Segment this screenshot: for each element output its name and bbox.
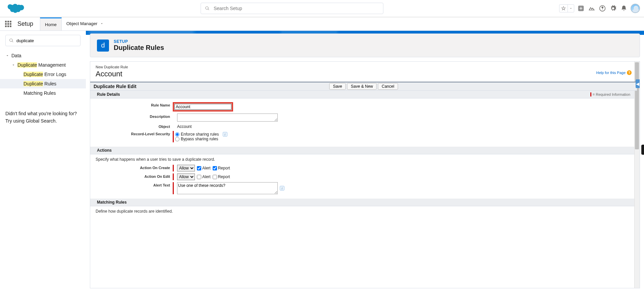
actions-description: Specify what happens when a user tries t… xyxy=(96,154,632,164)
tab-home[interactable]: Home xyxy=(40,17,62,30)
app-name: Setup xyxy=(16,17,40,30)
label-alert-text: Alert Text xyxy=(96,182,173,187)
help-button[interactable] xyxy=(598,4,606,12)
add-button[interactable] xyxy=(577,4,585,12)
global-search[interactable] xyxy=(201,3,383,14)
tree-item-duplicate-rules[interactable]: Duplicate Rules xyxy=(0,79,86,88)
app-launcher-button[interactable] xyxy=(0,17,16,30)
tab-object-manager[interactable]: Object Manager xyxy=(62,17,109,30)
classic-iframe: New Duplicate Rule Account Help for this… xyxy=(90,61,640,288)
page-header: d SETUP Duplicate Rules ◀ xyxy=(90,33,640,57)
required-note: = Required Information xyxy=(590,92,630,96)
salesforce-help-button[interactable] xyxy=(588,4,596,12)
tree-item-duplicate-error-logs[interactable]: Duplicate Error Logs xyxy=(5,70,80,79)
info-icon[interactable]: i xyxy=(223,132,227,137)
help-icon: ? xyxy=(627,70,632,75)
label-rule-name: Rule Name xyxy=(96,102,173,107)
save-new-button[interactable]: Save & New xyxy=(347,83,377,90)
radio-enforce-sharing[interactable] xyxy=(175,132,179,137)
section-matching-rules: Matching Rules xyxy=(90,199,637,206)
favorites-button[interactable] xyxy=(559,4,574,12)
global-header xyxy=(0,0,644,17)
tree-label: Matching Rules xyxy=(23,90,56,96)
section-edit-header: Duplicate Rule Edit Save Save & New Canc… xyxy=(90,82,637,91)
tree-item-data[interactable]: Data xyxy=(5,51,80,60)
label-object: Object xyxy=(96,124,173,129)
chevron-down-icon xyxy=(5,54,9,58)
search-icon xyxy=(205,6,210,11)
help-for-page-link[interactable]: Help for this Page ? xyxy=(596,70,632,75)
rule-name-input[interactable] xyxy=(174,104,231,110)
quick-find-input[interactable] xyxy=(16,38,77,43)
info-icon[interactable]: i xyxy=(280,186,284,191)
chevron-down-icon xyxy=(569,7,573,10)
tree-label: Duplicate Management xyxy=(17,62,66,68)
description-input[interactable] xyxy=(177,114,278,122)
alert-text-input[interactable]: Use one of these records? xyxy=(177,182,278,194)
page-header-icon: d xyxy=(97,40,109,52)
gear-icon xyxy=(610,5,616,12)
object-value: Account xyxy=(177,124,192,129)
chk-create-alert[interactable] xyxy=(197,166,201,170)
entity-name: Account xyxy=(96,70,632,78)
chevron-down-icon xyxy=(11,63,15,67)
tree-label: Data xyxy=(11,53,21,58)
global-search-input[interactable] xyxy=(214,6,379,11)
collapse-handle[interactable]: ◀ xyxy=(636,79,640,88)
plus-icon xyxy=(578,5,584,12)
chevron-down-icon xyxy=(100,22,104,25)
tree-item-duplicate-management[interactable]: Duplicate Management xyxy=(5,60,80,70)
star-icon xyxy=(561,6,566,11)
header-actions xyxy=(559,4,640,13)
tree-label: Duplicate Error Logs xyxy=(23,72,66,77)
radio-bypass-sharing[interactable] xyxy=(175,137,179,141)
salesforce-logo-icon xyxy=(7,2,25,14)
setup-sidebar: Data Duplicate Management Duplicate Erro… xyxy=(0,31,86,291)
right-edge-handle[interactable] xyxy=(641,145,644,155)
radio-bypass-label: Bypass sharing rules xyxy=(181,137,218,141)
trailhead-icon xyxy=(588,5,595,12)
tree-item-matching-rules[interactable]: Matching Rules xyxy=(5,88,80,98)
notifications-button[interactable] xyxy=(620,4,628,12)
tree-label: Duplicate Rules xyxy=(23,81,56,86)
label-action-edit: Action On Edit xyxy=(96,173,173,178)
quick-find[interactable] xyxy=(5,35,80,46)
context-bar: Setup Home Object Manager xyxy=(0,17,644,31)
section-actions: Actions xyxy=(90,147,637,154)
label-description: Description xyxy=(96,114,173,119)
chk-edit-alert[interactable] xyxy=(197,175,201,179)
question-icon xyxy=(599,5,606,12)
cancel-button[interactable]: Cancel xyxy=(378,83,398,90)
radio-enforce-label: Enforce sharing rules xyxy=(181,132,219,137)
select-action-create[interactable]: Allow xyxy=(177,165,195,171)
chk-create-report[interactable] xyxy=(213,166,217,170)
search-icon xyxy=(9,38,14,43)
chk-edit-report[interactable] xyxy=(213,175,217,179)
page-title: Duplicate Rules xyxy=(114,44,164,52)
content-area: d SETUP Duplicate Rules ◀ New Duplicate … xyxy=(86,31,644,291)
bell-icon xyxy=(621,5,627,12)
label-action-create: Action On Create xyxy=(96,165,173,170)
matching-description: Define how duplicate records are identif… xyxy=(96,206,632,216)
user-avatar[interactable] xyxy=(631,4,640,13)
sidebar-hint: Didn't find what you're looking for? Try… xyxy=(5,110,80,125)
label-security: Record-Level Security xyxy=(96,131,173,136)
setup-gear-button[interactable] xyxy=(609,4,617,12)
tab-object-manager-label: Object Manager xyxy=(66,21,98,26)
new-rule-label: New Duplicate Rule xyxy=(96,65,632,69)
select-action-edit[interactable]: Allow xyxy=(177,173,195,180)
scrollbar[interactable] xyxy=(634,62,640,288)
section-rule-details: Rule Details = Required Information xyxy=(90,91,637,98)
page-eyebrow: SETUP xyxy=(114,39,164,44)
save-button[interactable]: Save xyxy=(329,83,346,90)
waffle-icon xyxy=(5,21,11,27)
